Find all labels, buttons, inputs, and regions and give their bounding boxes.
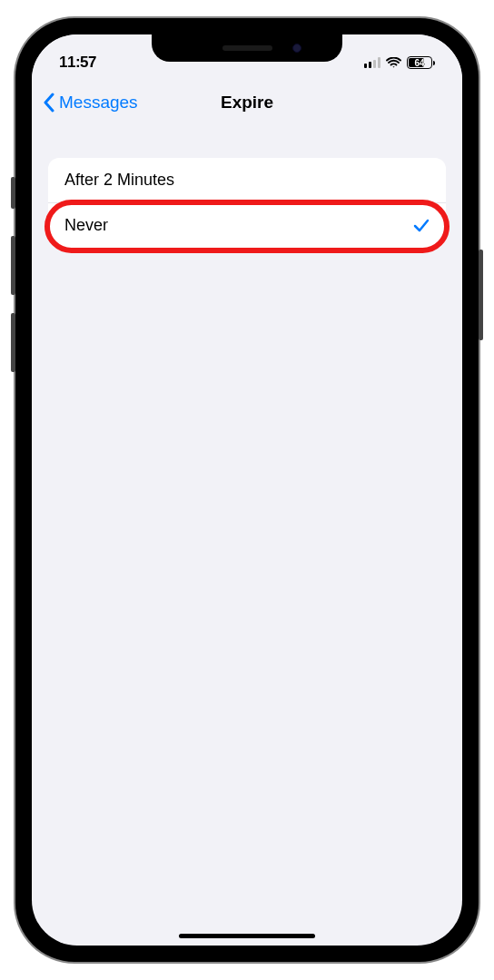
volume-down-button xyxy=(11,313,15,372)
back-label: Messages xyxy=(59,93,138,113)
battery-icon: 64 xyxy=(407,56,435,69)
notch xyxy=(152,34,342,62)
volume-up-button xyxy=(11,236,15,295)
cellular-signal-icon xyxy=(364,57,380,68)
back-button[interactable]: Messages xyxy=(43,93,138,113)
wifi-icon xyxy=(386,57,401,69)
battery-level: 64 xyxy=(414,58,424,68)
home-indicator[interactable] xyxy=(179,934,315,938)
front-camera xyxy=(292,44,301,53)
status-time: 11:57 xyxy=(59,54,96,72)
nav-bar: Messages Expire xyxy=(32,80,462,125)
screen: 11:57 64 xyxy=(32,34,462,946)
checkmark-icon xyxy=(413,218,430,234)
option-after-2-minutes[interactable]: After 2 Minutes xyxy=(48,158,446,202)
mute-switch xyxy=(11,177,15,209)
page-title: Expire xyxy=(221,93,273,113)
chevron-left-icon xyxy=(43,93,55,113)
phone-frame: 11:57 64 xyxy=(15,18,479,962)
power-button xyxy=(479,250,483,340)
expire-options-list: After 2 Minutes Never xyxy=(48,158,446,248)
status-icons: 64 xyxy=(364,56,435,69)
option-label: After 2 Minutes xyxy=(64,171,174,190)
speaker xyxy=(222,45,272,51)
content-area: After 2 Minutes Never xyxy=(32,125,462,248)
option-never[interactable]: Never xyxy=(48,202,446,248)
option-label: Never xyxy=(64,216,108,235)
